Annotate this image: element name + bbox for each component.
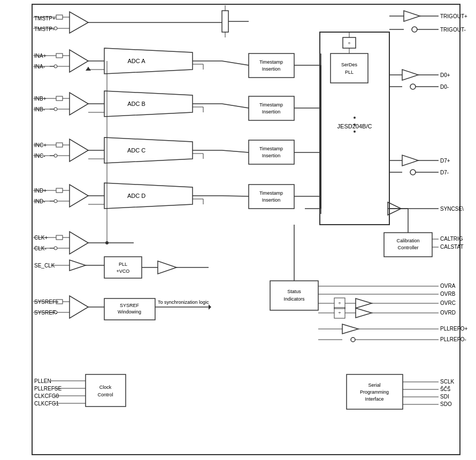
svg-rect-40 (56, 143, 63, 147)
sync-logic-label: To synchronization logic (158, 300, 209, 305)
svg-marker-19 (104, 48, 193, 74)
svg-text:Insertion: Insertion (262, 153, 281, 158)
trigout-minus-label: TRIGOUT- (440, 27, 466, 33)
svg-text:Windowing: Windowing (118, 309, 141, 315)
svg-point-42 (54, 154, 57, 157)
svg-line-86 (222, 196, 249, 196)
pllrefo-minus-label: PLLREFO- (440, 336, 466, 342)
caltrig-label: CALTRIG (440, 236, 463, 242)
svg-rect-84 (249, 185, 294, 209)
svg-point-97 (354, 124, 356, 126)
svg-text:Control: Control (97, 392, 113, 397)
svg-point-103 (412, 27, 417, 32)
serial-programming-label: Serial (368, 382, 380, 388)
timestamp-insertion-a-label: Timestamp (259, 59, 283, 65)
svg-line-74 (222, 61, 249, 65)
sdi-label: SDI (440, 394, 449, 400)
ovrc-label: OVRC (440, 300, 456, 306)
svg-text:PLL: PLL (345, 70, 354, 75)
svg-marker-106 (402, 70, 418, 80)
svg-marker-49 (104, 137, 193, 163)
svg-rect-157 (270, 281, 318, 310)
svg-text:÷: ÷ (339, 301, 341, 306)
svg-marker-165 (356, 298, 372, 308)
tmstp-minus-label: TMSTP- (34, 26, 54, 32)
svg-point-109 (410, 84, 416, 89)
svg-rect-26 (56, 96, 63, 101)
svg-marker-112 (402, 155, 418, 166)
adc-a-label: ADC A (127, 58, 145, 64)
syncse-label: SYNCSE\ (440, 206, 464, 212)
svg-rect-120 (56, 235, 63, 240)
trigout-plus-label: TRIGOUT+ (440, 13, 467, 19)
svg-text:÷: ÷ (348, 41, 351, 46)
svg-point-122 (54, 247, 57, 250)
adc-d-label: ADC D (127, 193, 145, 199)
svg-rect-68 (222, 11, 228, 32)
adc-c-label: ADC C (127, 147, 145, 154)
svg-marker-61 (70, 185, 88, 207)
svg-marker-8 (70, 12, 88, 33)
svg-rect-54 (56, 188, 63, 193)
diagram-container: TMSTP+ TMSTP- INA+ INA- ADC A INB+ INB- (0, 0, 476, 460)
pllrefo-plus-label: PLLREFO+ (440, 326, 468, 332)
svg-rect-179 (86, 374, 126, 407)
d0-minus-label: D0- (440, 84, 449, 90)
tmstp-plus-label: TMSTP+ (34, 16, 56, 21)
svg-rect-135 (104, 257, 142, 278)
svg-point-12 (54, 65, 57, 68)
svg-marker-100 (404, 11, 420, 21)
svg-point-98 (354, 131, 356, 133)
svg-text:Controller: Controller (397, 245, 418, 250)
svg-text:Insertion: Insertion (262, 197, 281, 203)
d0-plus-label: D0+ (440, 72, 450, 78)
svg-rect-1 (56, 15, 63, 19)
ovra-label: OVRA (440, 283, 456, 289)
svg-point-115 (410, 170, 416, 175)
svg-marker-138 (158, 261, 176, 274)
svg-rect-80 (249, 140, 294, 164)
svg-text:Insertion: Insertion (262, 109, 281, 114)
svg-rect-72 (249, 53, 294, 78)
svg-text:Insertion: Insertion (262, 66, 281, 72)
clock-control-label: Clock (99, 385, 112, 390)
svg-rect-89 (331, 53, 368, 83)
calstat-label: CALSTAT (440, 244, 464, 250)
svg-marker-133 (70, 260, 86, 271)
svg-point-177 (351, 338, 355, 342)
status-indicators-label: Status (287, 289, 301, 294)
d7-minus-label: D7- (440, 170, 449, 175)
timestamp-insertion-c-label: Timestamp (259, 146, 283, 151)
svg-text:÷: ÷ (339, 310, 341, 316)
sclk-label: SCLK (440, 379, 454, 385)
scs-label: S̄C̄S̄ (440, 386, 450, 392)
svg-marker-33 (70, 93, 88, 115)
sysref-windowing-label: SYSREF (120, 303, 140, 308)
svg-marker-47 (70, 139, 88, 162)
d7-plus-label: D7+ (440, 158, 450, 164)
svg-marker-17 (70, 50, 88, 72)
svg-point-96 (354, 117, 356, 119)
svg-marker-127 (70, 232, 88, 254)
timestamp-insertion-d-label: Timestamp (259, 190, 283, 196)
svg-rect-10 (56, 53, 63, 58)
serdes-pll-label: SerDes (341, 62, 358, 67)
svg-rect-76 (249, 96, 294, 120)
svg-text:+VCO: +VCO (117, 269, 130, 274)
svg-marker-171 (356, 308, 372, 318)
ovrd-label: OVRD (440, 310, 456, 316)
ovrb-label: OVRB (440, 291, 456, 297)
svg-point-3 (54, 27, 57, 30)
svg-marker-174 (342, 324, 358, 334)
pll-vco-label: PLL (119, 262, 127, 267)
calibration-controller-label: Calibration (396, 238, 419, 243)
svg-rect-0 (32, 4, 460, 455)
svg-point-56 (54, 200, 57, 203)
svg-marker-63 (104, 183, 193, 209)
svg-marker-152 (209, 304, 211, 310)
svg-marker-147 (70, 296, 88, 318)
svg-marker-25 (86, 67, 91, 71)
svg-line-82 (222, 150, 249, 152)
svg-text:Interface: Interface (365, 396, 383, 402)
adc-b-label: ADC B (127, 101, 145, 107)
